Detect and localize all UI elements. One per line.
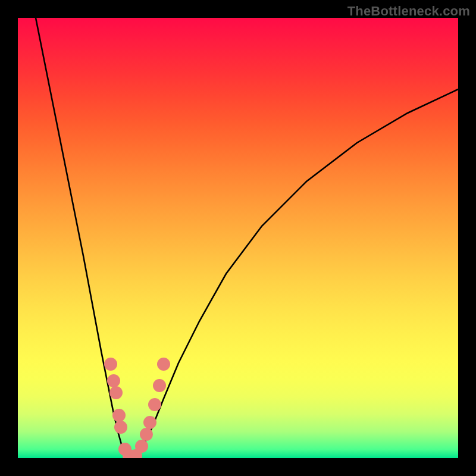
- bead-marker: [107, 374, 120, 387]
- bead-marker: [157, 358, 170, 371]
- bead-marker: [109, 386, 123, 399]
- bead-marker: [140, 428, 153, 441]
- bead-marker: [153, 379, 166, 392]
- curve-svg: [18, 18, 458, 458]
- plot-area: [18, 18, 458, 458]
- beads-group: [104, 358, 170, 458]
- bead-marker: [112, 409, 126, 422]
- figure-frame: TheBottleneck.com: [0, 0, 476, 476]
- bead-marker: [148, 398, 161, 411]
- watermark-text: TheBottleneck.com: [347, 4, 470, 19]
- bead-marker: [104, 358, 117, 371]
- curve-right-branch: [137, 89, 458, 456]
- bead-marker: [135, 440, 148, 453]
- bead-marker: [114, 421, 127, 434]
- bead-marker: [143, 416, 156, 429]
